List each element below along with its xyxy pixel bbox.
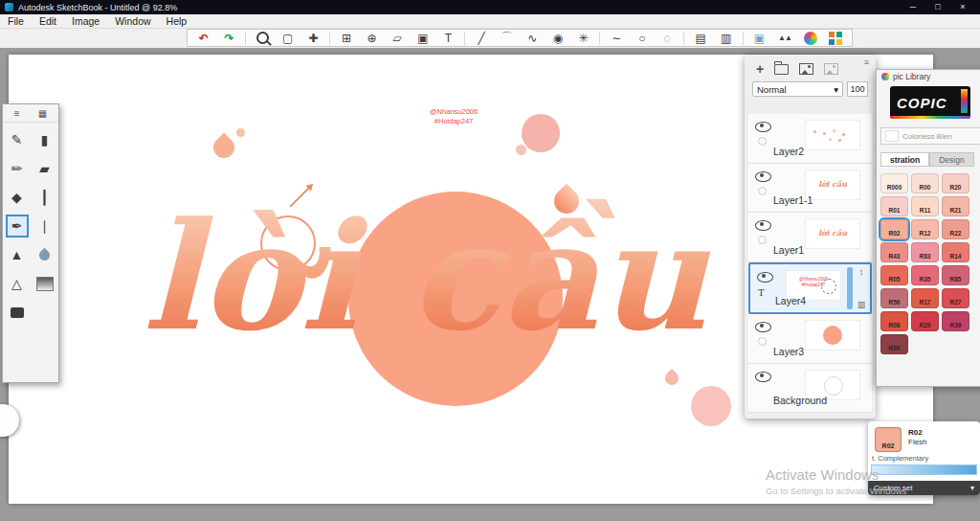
layer-opacity-input[interactable]: 100 (847, 81, 868, 97)
copic-swatch-r12[interactable]: R12 (911, 219, 939, 239)
blend-mode-select[interactable]: Normal ▾ (752, 81, 843, 97)
colorless-blender-row[interactable]: Colorless Blen (880, 127, 980, 145)
ellipse-guide-tool[interactable]: ⌒ (495, 31, 520, 46)
close-button[interactable]: × (950, 0, 975, 14)
undo-button[interactable]: ↶ (191, 31, 216, 46)
grid-icon[interactable]: ▦ (38, 108, 47, 119)
magic-selection-tool[interactable]: ✚ (301, 31, 326, 46)
layer-lock-icon[interactable] (758, 137, 767, 146)
layer-import-icon[interactable] (824, 63, 838, 75)
copic-swatch-r11[interactable]: R11 (911, 196, 939, 216)
minimize-button[interactable]: ─ (901, 0, 925, 14)
layer-thumbnail[interactable]: lời cầu (805, 170, 860, 200)
layer-reorder-icon[interactable]: ↕ (859, 267, 864, 277)
visibility-eye-icon[interactable] (757, 272, 773, 283)
layer-row-layer4-selected[interactable]: T @Nhansu2006 #Hoidap247 Layer4 ↕ ▥ (748, 262, 872, 315)
visibility-eye-icon[interactable] (755, 171, 771, 182)
menu-window[interactable]: Window (107, 15, 158, 27)
layer-name[interactable]: Layer1 (773, 244, 804, 256)
copic-swatch-r27[interactable]: R27 (942, 288, 969, 308)
marker-tool[interactable]: ▰ (33, 157, 56, 180)
layer-row-background[interactable]: Background (748, 364, 872, 414)
color-gradient-slider[interactable] (871, 464, 977, 475)
airbrush-tool[interactable]: ▮ (33, 128, 56, 151)
menu-help[interactable]: Help (159, 15, 195, 27)
pencil-tool[interactable]: ✏ (6, 157, 29, 180)
add-layer-button[interactable]: + (756, 64, 764, 74)
french-curve-tool[interactable]: ∿ (521, 31, 546, 46)
fountain-pen-tool[interactable]: ✒ (6, 215, 29, 238)
menu-file[interactable]: File (0, 15, 32, 27)
transform-tool[interactable]: ⊕ (360, 31, 385, 46)
distort-tool[interactable]: ▱ (385, 31, 410, 46)
layer-name[interactable]: Layer3 (773, 346, 804, 357)
flipbook-button[interactable]: ▥ (714, 31, 739, 46)
layer-thumbnail[interactable] (805, 320, 860, 351)
menu-edit[interactable]: Edit (32, 15, 64, 27)
layer-image-icon[interactable] (799, 63, 813, 75)
fill-tool[interactable]: ▣ (411, 31, 435, 46)
maximize-button[interactable]: □ (925, 0, 950, 14)
layer-name[interactable]: Background (773, 395, 827, 406)
copic-swatch-r08[interactable]: R08 (880, 311, 908, 331)
steady-stroke-tool[interactable]: ∼ (604, 31, 629, 46)
copic-swatch-r00[interactable]: R00 (911, 173, 939, 193)
shape-lasso-tool[interactable]: ◌ (656, 31, 680, 46)
layer-name[interactable]: Layer1-1 (773, 194, 813, 206)
current-color-swatch[interactable]: R02 (875, 427, 902, 452)
tab-design[interactable]: Design (929, 152, 973, 167)
layer-slider-icon[interactable]: ▥ (858, 300, 866, 309)
copic-swatch-r56[interactable]: R56 (880, 288, 908, 308)
visibility-eye-icon[interactable] (755, 322, 771, 332)
perspective-guide-tool[interactable]: ◉ (546, 31, 570, 46)
visibility-eye-icon[interactable] (755, 220, 771, 231)
ink-pen-tool[interactable]: ∣ (33, 215, 56, 238)
shape-circle-tool[interactable]: ○ (630, 31, 655, 46)
zoom-tool[interactable] (250, 31, 275, 46)
copic-swatch-r17[interactable]: R17 (911, 288, 939, 308)
layers-menu-icon[interactable]: ≡ (864, 57, 869, 67)
ballpoint-pen-tool[interactable]: ┃ (33, 186, 56, 209)
layer-editor-button[interactable]: ▣ (747, 31, 772, 46)
copic-swatch-r85[interactable]: R85 (942, 265, 969, 285)
copic-swatch-r35[interactable]: R35 (911, 265, 939, 285)
copic-swatch-r21[interactable]: R21 (942, 196, 969, 216)
tab-illustration[interactable]: stration (880, 152, 929, 167)
chisel-pen-tool[interactable]: ◆ (6, 186, 29, 209)
layer-row-layer2[interactable]: Layer2 (748, 114, 872, 164)
copic-swatch-r43[interactable]: R43 (880, 242, 908, 262)
selection-tool[interactable]: ▢ (276, 31, 301, 46)
menu-image[interactable]: Image (64, 15, 107, 27)
layer-lock-icon[interactable] (758, 187, 767, 195)
brush-library-button[interactable]: ▲▲ (772, 31, 797, 46)
layer-lock-icon[interactable] (758, 337, 767, 346)
copic-swatch-r83[interactable]: R83 (911, 242, 939, 262)
color-swatches-button[interactable] (823, 31, 848, 46)
color-editor-button[interactable] (798, 31, 823, 46)
smudge-tool[interactable]: ▲ (6, 243, 29, 266)
layer-thumbnail[interactable]: lời cầu (805, 218, 860, 249)
layer-group-icon[interactable] (774, 64, 789, 75)
copic-swatch-r22[interactable]: R22 (942, 219, 969, 239)
layer-name[interactable]: Layer4 (775, 295, 806, 306)
copic-swatch-r29[interactable]: R29 (911, 311, 939, 331)
copic-swatch-r14[interactable]: R14 (942, 242, 969, 262)
water-drop-tool[interactable] (33, 243, 56, 266)
triangle-tool[interactable]: △ (6, 272, 29, 295)
text-tool[interactable]: T (436, 31, 461, 46)
eraser-tool[interactable] (6, 301, 29, 324)
visibility-eye-icon[interactable] (755, 372, 771, 382)
copic-swatch-r39[interactable]: R39 (942, 311, 969, 331)
copic-swatch-r20[interactable]: R20 (942, 173, 969, 193)
paintbrush-tool[interactable]: ✎ (6, 128, 29, 151)
layer-scrollbar[interactable] (847, 267, 853, 310)
layer-row-layer1[interactable]: lời cầu Layer1 (748, 213, 872, 262)
layer-lock-icon[interactable] (758, 236, 767, 244)
copic-swatch-r89[interactable]: R89 (880, 334, 908, 354)
sliders-icon[interactable]: ≡ (14, 108, 20, 119)
copic-swatch-r02-selected[interactable]: R02 (880, 219, 908, 239)
copic-swatch-r01[interactable]: R01 (880, 196, 908, 216)
import-image-button[interactable]: ▤ (688, 31, 713, 46)
layer-row-layer1-1[interactable]: lời cầu Layer1-1 (748, 164, 872, 214)
symmetry-tool[interactable]: ✳ (571, 31, 596, 46)
